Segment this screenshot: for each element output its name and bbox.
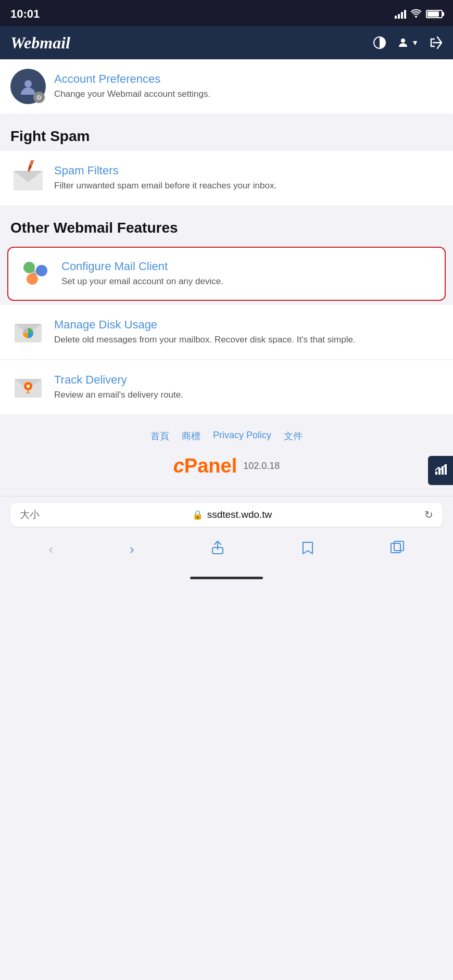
nav-actions: ▼ xyxy=(373,36,443,49)
track-delivery-desc: Review an email's delivery route. xyxy=(54,389,443,401)
footer: 首頁 商標 Privacy Policy 文件 cPanel 102.0.18 xyxy=(0,414,453,496)
status-bar: 10:01 xyxy=(0,0,453,26)
configure-mail-client-title: Configure Mail Client xyxy=(61,260,435,273)
lock-icon: 🔒 xyxy=(192,510,203,520)
track-delivery-container: Track Delivery Review an email's deliver… xyxy=(0,360,453,414)
bookmarks-button[interactable] xyxy=(295,537,321,562)
svg-rect-25 xyxy=(391,543,400,553)
fight-spam-section: Fight Spam xyxy=(0,116,453,205)
status-time: 10:01 xyxy=(10,7,40,21)
battery-icon xyxy=(426,10,443,18)
account-preferences-text: Account Preferences Change your Webmail … xyxy=(54,72,443,100)
manage-disk-usage-desc: Delete old messages from your mailbox. R… xyxy=(54,334,443,346)
theme-icon[interactable] xyxy=(373,36,386,49)
manage-disk-usage-title: Manage Disk Usage xyxy=(54,318,443,332)
url-text[interactable]: ssdtest.wdo.tw xyxy=(207,509,272,520)
logout-button[interactable] xyxy=(429,36,443,49)
footer-link-privacy[interactable]: Privacy Policy xyxy=(213,430,271,442)
track-delivery-item[interactable]: Track Delivery Review an email's deliver… xyxy=(0,360,453,414)
manage-disk-usage-text: Manage Disk Usage Delete old messages fr… xyxy=(54,318,443,346)
cpanel-c-letter: c xyxy=(173,455,184,477)
svg-point-1 xyxy=(401,39,405,43)
reload-button[interactable]: ↻ xyxy=(424,508,433,521)
svg-rect-21 xyxy=(438,468,441,475)
spam-filters-container: Spam Filters Filter unwanted spam email … xyxy=(0,151,453,205)
track-delivery-title: Track Delivery xyxy=(54,373,443,387)
footer-link-home[interactable]: 首頁 xyxy=(150,430,169,442)
tabs-button[interactable] xyxy=(384,538,410,561)
gear-badge: ⚙ xyxy=(33,92,45,103)
configure-mail-client-icon xyxy=(18,256,53,291)
other-features-header: Other Webmail Features xyxy=(0,207,453,243)
svg-point-12 xyxy=(32,270,37,275)
spam-filters-icon xyxy=(10,160,46,196)
svg-point-19 xyxy=(27,385,30,388)
user-dropdown-caret: ▼ xyxy=(411,39,419,47)
spam-filters-text: Spam Filters Filter unwanted spam email … xyxy=(54,164,443,192)
cpanel-logo: cPanel xyxy=(173,455,237,477)
browser-bar: 大小 🔒 ssdtest.wdo.tw ↻ ‹ › xyxy=(0,496,453,570)
spam-filters-title: Spam Filters xyxy=(54,164,443,177)
main-content: ⚙ Account Preferences Change your Webmai… xyxy=(0,59,453,496)
footer-links: 首頁 商標 Privacy Policy 文件 xyxy=(10,430,443,442)
svg-rect-20 xyxy=(435,472,437,475)
manage-disk-usage-container: Manage Disk Usage Delete old messages fr… xyxy=(0,305,453,359)
browser-navigation: ‹ › xyxy=(10,535,443,566)
svg-point-11 xyxy=(27,273,38,285)
svg-rect-5 xyxy=(28,160,35,169)
svg-point-10 xyxy=(36,265,47,276)
configure-mail-client-desc: Set up your email account on any device. xyxy=(61,275,435,288)
address-bar: 大小 🔒 ssdtest.wdo.tw ↻ xyxy=(10,503,443,527)
status-icons xyxy=(395,8,443,20)
svg-rect-26 xyxy=(394,541,404,551)
cpanel-version: 102.0.18 xyxy=(243,461,280,472)
footer-link-trademark[interactable]: 商標 xyxy=(182,430,200,442)
spam-filters-item[interactable]: Spam Filters Filter unwanted spam email … xyxy=(0,151,453,205)
share-button[interactable] xyxy=(205,537,231,562)
svg-point-2 xyxy=(24,80,32,87)
other-features-section: Other Webmail Features Configure M xyxy=(0,207,453,414)
track-delivery-text: Track Delivery Review an email's deliver… xyxy=(54,373,443,401)
nav-bar: Webmail ▼ xyxy=(0,26,453,59)
configure-mail-client-item[interactable]: Configure Mail Client Set up your email … xyxy=(7,247,446,301)
home-indicator xyxy=(0,570,453,586)
webmail-logo: Webmail xyxy=(10,33,70,53)
footer-brand: cPanel 102.0.18 xyxy=(173,455,280,477)
address-size-label: 大小 xyxy=(20,508,40,521)
wifi-icon xyxy=(410,8,422,20)
account-preferences-desc: Change your Webmail account settings. xyxy=(54,88,443,100)
svg-rect-23 xyxy=(445,464,447,475)
home-bar xyxy=(190,577,263,579)
cpanel-name: Panel xyxy=(184,455,237,477)
manage-disk-usage-icon xyxy=(10,314,46,350)
account-preferences-section: ⚙ Account Preferences Change your Webmai… xyxy=(0,59,453,113)
forward-button[interactable]: › xyxy=(123,538,141,561)
track-delivery-icon xyxy=(10,370,46,405)
fight-spam-header: Fight Spam xyxy=(0,116,453,151)
account-preferences-icon: ⚙ xyxy=(10,69,46,104)
user-menu-button[interactable]: ▼ xyxy=(397,36,419,49)
back-button[interactable]: ‹ xyxy=(42,538,59,561)
account-preferences-title: Account Preferences xyxy=(54,72,443,86)
footer-link-docs[interactable]: 文件 xyxy=(284,430,303,442)
signal-icon xyxy=(395,9,406,19)
spam-filters-desc: Filter unwanted spam email before it rea… xyxy=(54,180,443,192)
configure-mail-client-text: Configure Mail Client Set up your email … xyxy=(61,260,435,288)
url-display: 🔒 ssdtest.wdo.tw xyxy=(192,509,272,520)
stats-button[interactable] xyxy=(428,456,453,485)
manage-disk-usage-item[interactable]: Manage Disk Usage Delete old messages fr… xyxy=(0,305,453,359)
account-preferences-item[interactable]: ⚙ Account Preferences Change your Webmai… xyxy=(0,59,453,113)
